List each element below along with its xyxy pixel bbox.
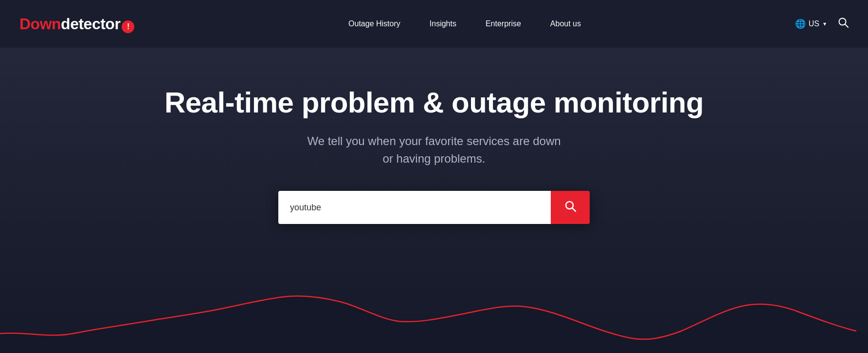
logo[interactable]: Downdetector! [19,15,134,33]
nav-search-icon[interactable] [838,17,849,31]
search-button[interactable] [551,191,590,224]
search-input[interactable] [278,191,551,224]
logo-exclaim-icon: ! [122,20,134,33]
locale-selector[interactable]: 🌐 US ▾ [795,19,826,29]
hero-title: Real-time problem & outage monitoring [164,87,704,119]
nav-item-outage-history[interactable]: Outage History [348,19,400,28]
hero-subtitle-line2: or having problems. [383,152,486,165]
hero-subtitle-line1: We tell you when your favorite services … [307,134,561,148]
chevron-down-icon: ▾ [823,20,826,27]
nav-item-about-us[interactable]: About us [550,19,581,28]
search-bar [278,191,590,224]
search-button-icon [564,200,576,215]
nav-right: 🌐 US ▾ [795,17,849,31]
wave-chart [0,236,868,353]
nav-item-enterprise[interactable]: Enterprise [486,19,521,28]
svg-line-3 [573,208,576,212]
logo-down: Down [19,15,61,33]
logo-detector: detector [61,15,120,33]
header: Downdetector! Outage History Insights En… [0,0,868,48]
hero-subtitle: We tell you when your favorite services … [307,132,561,167]
svg-line-1 [845,24,848,27]
nav-item-insights[interactable]: Insights [430,19,456,28]
locale-label: US [809,19,819,28]
globe-icon: 🌐 [795,19,806,29]
hero-section: Real-time problem & outage monitoring We… [0,48,868,353]
main-nav: Outage History Insights Enterprise About… [348,19,581,28]
